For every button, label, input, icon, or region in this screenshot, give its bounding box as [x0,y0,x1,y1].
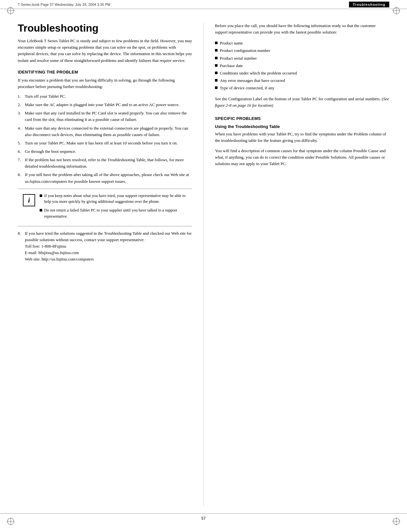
toll-free: Toll free: 1-800-8Fujitsu [25,244,66,249]
email: E-mail: 8fujitsu@us.fujitsu.com [25,250,79,255]
steps-list-continued: 8. If you have tried the solutions sugge… [18,230,192,263]
specific-problems-header: SPECIFIC PROBLEMS [215,115,389,121]
content-area: Troubleshooting Your LifeBook T Series T… [18,23,389,506]
identifying-intro: If you encounter a problem that you are … [18,77,192,90]
page: T Series.book Page 57 Wednesday, July 28… [0,0,407,532]
bullet-square-icon [215,72,218,74]
list-item: 2.Make sure the AC adapter is plugged in… [18,102,192,108]
before-call-text: Before you place the call, you should ha… [215,23,389,35]
info-text-block: If you keep notes about what you have tr… [40,193,187,222]
list-item: 7.If the problem has not been resolved, … [18,157,192,170]
info-box: i If you keep notes about what you have … [18,189,192,226]
list-item: Conditions under which the problem occur… [215,70,389,76]
list-item-8b: 8. If you have tried the solutions sugge… [18,230,192,263]
bullet-square-icon [215,64,218,67]
list-item: Product name [215,40,389,46]
left-column: Troubleshooting Your LifeBook T Series T… [18,23,194,506]
bullet-square-icon [215,57,218,59]
list-item: Any error messages that have occurred [215,77,389,84]
page-number: 57 [201,516,206,521]
identifying-header: IDENTIFYING THE PROBLEM [18,70,192,74]
info-icon: i [23,194,35,206]
using-table-subheader: Using the Troubleshooting Table [215,124,389,129]
list-item: 5.Turn on your Tablet PC. Make sure it h… [18,140,192,146]
right-column: Before you place the call, you should ha… [213,23,389,506]
list-item: 8.If you still have the problem after ta… [18,172,192,184]
list-item: Product configuration number [215,47,389,54]
bullet-square-icon [215,42,218,44]
bullet-square-icon [40,209,42,212]
list-item: Purchase date [215,63,389,69]
bullet-square-icon [215,49,218,52]
intro-text: Your LifeBook T Series Tablet PC is stur… [18,38,192,64]
bullet-square-icon [215,86,218,89]
info-bullet-1: If you keep notes about what you have tr… [40,193,187,205]
column-divider [203,23,204,506]
info-bullet-list: Product name Product configuration numbe… [215,40,389,91]
list-item: 6.Go through the boot sequence. [18,148,192,155]
config-note: See the Configuration Label on the botto… [215,96,389,109]
list-item: Type of device connected, if any [215,85,389,91]
steps-list: 1.Turn off your Tablet PC. 2.Make sure t… [18,93,192,185]
bullet-square-icon [40,194,42,197]
list-item: 3.Make sure that any card installed in t… [18,110,192,123]
website: Web site: http://us.fujitsu.com/computer… [25,257,94,261]
header-bar: T Series.book Page 57 Wednesday, July 28… [0,0,407,9]
info-bullet-2: Do not return a failed Tablet PC to your… [40,207,187,220]
list-item: 1.Turn off your Tablet PC. [18,93,192,100]
list-item: 4.Make sure that any devices connected t… [18,125,192,138]
specific-text-2: You will find a description of common ca… [215,148,389,167]
header-left-text: T Series.book Page 57 Wednesday, July 28… [18,3,110,6]
bullet-square-icon [215,79,218,82]
footer-bar: 57 [0,513,407,521]
main-title: Troubleshooting [18,23,192,34]
specific-text-1: When you have problems with your Tablet … [215,131,389,144]
header-right-text: Troubleshooting [349,2,389,7]
list-item: Product serial number [215,55,389,62]
